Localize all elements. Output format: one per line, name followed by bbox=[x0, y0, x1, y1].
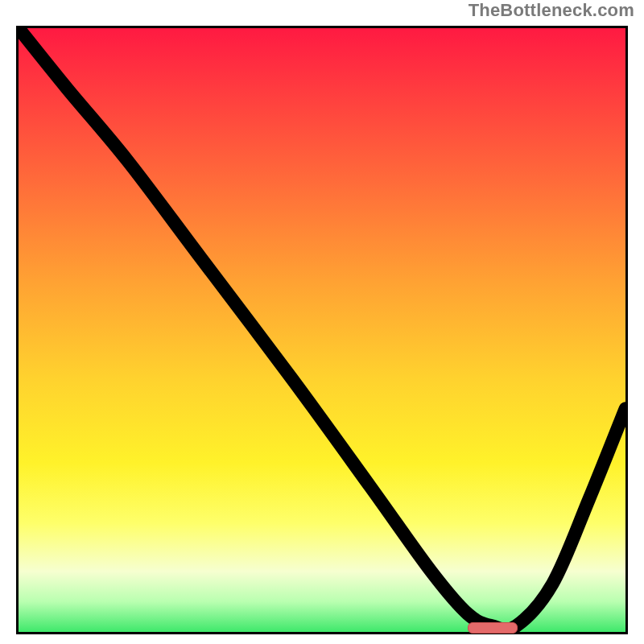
chart-root: TheBottleneck.com bbox=[0, 0, 644, 644]
plot-area bbox=[19, 28, 625, 632]
bottleneck-curve bbox=[19, 28, 625, 632]
optimal-range-marker bbox=[468, 622, 518, 634]
plot-frame bbox=[16, 26, 628, 634]
watermark-text: TheBottleneck.com bbox=[469, 0, 634, 21]
